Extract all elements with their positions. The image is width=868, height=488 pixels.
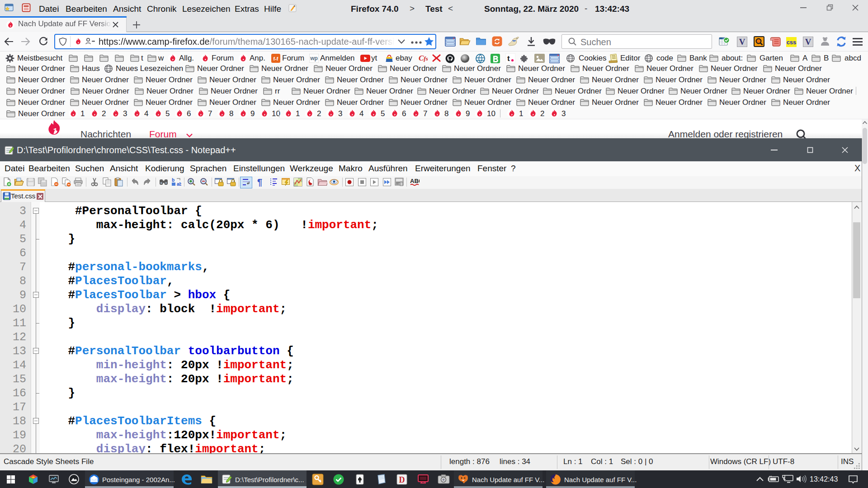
svg-text:wp: wp — [310, 55, 318, 61]
svg-text:D: D — [399, 475, 405, 484]
svg-text:V: V — [805, 37, 811, 47]
svg-text:css: css — [787, 39, 797, 46]
svg-text:Cfs: Cfs — [419, 54, 428, 62]
svg-text:b: b — [172, 178, 175, 183]
svg-text:f-f: f-f — [274, 56, 278, 61]
svg-text:ab: ab — [177, 182, 181, 187]
svg-text:V: V — [739, 37, 745, 47]
svg-text:ABC: ABC — [410, 178, 420, 184]
svg-text:t: t — [507, 54, 510, 63]
svg-text:¶: ¶ — [257, 177, 262, 187]
